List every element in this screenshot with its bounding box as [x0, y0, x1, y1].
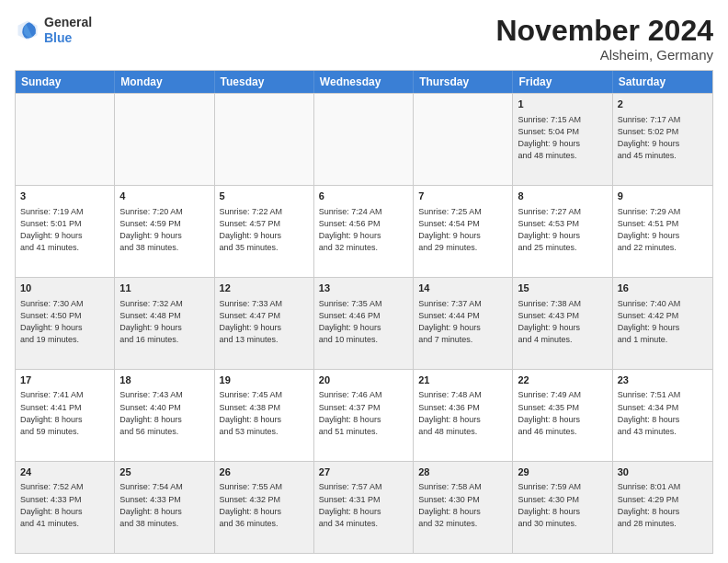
cal-cell-r4-c5: 29Sunrise: 7:59 AM Sunset: 4:30 PM Dayli…: [513, 462, 612, 553]
cal-cell-r1-c2: 5Sunrise: 7:22 AM Sunset: 4:57 PM Daylig…: [215, 186, 314, 277]
day-number: 18: [119, 373, 209, 387]
cell-detail: Sunrise: 7:29 AM Sunset: 4:51 PM Dayligh…: [618, 206, 708, 254]
day-number: 21: [418, 373, 507, 387]
cal-cell-r2-c1: 11Sunrise: 7:32 AM Sunset: 4:48 PM Dayli…: [115, 278, 214, 369]
cal-cell-r1-c0: 3Sunrise: 7:19 AM Sunset: 5:01 PM Daylig…: [16, 186, 115, 277]
cell-detail: Sunrise: 7:55 AM Sunset: 4:32 PM Dayligh…: [220, 481, 309, 529]
day-number: 19: [220, 373, 309, 387]
day-number: 24: [20, 465, 109, 479]
cell-detail: Sunrise: 7:25 AM Sunset: 4:54 PM Dayligh…: [418, 206, 507, 254]
cell-detail: Sunrise: 7:59 AM Sunset: 4:30 PM Dayligh…: [518, 481, 607, 529]
cell-detail: Sunrise: 7:58 AM Sunset: 4:30 PM Dayligh…: [418, 481, 507, 529]
cal-cell-r4-c1: 25Sunrise: 7:54 AM Sunset: 4:33 PM Dayli…: [115, 462, 214, 553]
cell-detail: Sunrise: 7:54 AM Sunset: 4:33 PM Dayligh…: [119, 481, 209, 529]
cell-detail: Sunrise: 7:17 AM Sunset: 5:02 PM Dayligh…: [618, 114, 708, 162]
cal-cell-r4-c0: 24Sunrise: 7:52 AM Sunset: 4:33 PM Dayli…: [16, 462, 115, 553]
header-monday: Monday: [115, 71, 214, 93]
day-number: 5: [220, 190, 309, 203]
day-number: 3: [20, 190, 109, 203]
cell-detail: Sunrise: 7:20 AM Sunset: 4:59 PM Dayligh…: [119, 206, 209, 254]
header-tuesday: Tuesday: [215, 71, 314, 93]
cell-detail: Sunrise: 7:51 AM Sunset: 4:34 PM Dayligh…: [618, 389, 708, 437]
cell-detail: Sunrise: 7:52 AM Sunset: 4:33 PM Dayligh…: [20, 481, 109, 529]
cell-detail: Sunrise: 7:33 AM Sunset: 4:47 PM Dayligh…: [220, 298, 309, 346]
cal-cell-r3-c5: 22Sunrise: 7:49 AM Sunset: 4:35 PM Dayli…: [513, 370, 612, 461]
calendar-row-3: 17Sunrise: 7:41 AM Sunset: 4:41 PM Dayli…: [16, 369, 712, 461]
cell-detail: Sunrise: 8:01 AM Sunset: 4:29 PM Dayligh…: [618, 481, 708, 529]
logo-text: General Blue: [44, 15, 92, 46]
cell-detail: Sunrise: 7:22 AM Sunset: 4:57 PM Dayligh…: [220, 206, 309, 254]
cell-detail: Sunrise: 7:45 AM Sunset: 4:38 PM Dayligh…: [220, 389, 309, 437]
cal-cell-r0-c6: 2Sunrise: 7:17 AM Sunset: 5:02 PM Daylig…: [613, 94, 712, 185]
cal-cell-r4-c3: 27Sunrise: 7:57 AM Sunset: 4:31 PM Dayli…: [314, 462, 414, 553]
calendar-row-1: 3Sunrise: 7:19 AM Sunset: 5:01 PM Daylig…: [16, 185, 712, 277]
cell-detail: Sunrise: 7:37 AM Sunset: 4:44 PM Dayligh…: [418, 298, 507, 346]
cell-detail: Sunrise: 7:41 AM Sunset: 4:41 PM Dayligh…: [20, 389, 109, 437]
month-title: November 2024: [495, 15, 713, 47]
cal-cell-r3-c4: 21Sunrise: 7:48 AM Sunset: 4:36 PM Dayli…: [414, 370, 513, 461]
cal-cell-r2-c2: 12Sunrise: 7:33 AM Sunset: 4:47 PM Dayli…: [215, 278, 314, 369]
cal-cell-r4-c4: 28Sunrise: 7:58 AM Sunset: 4:30 PM Dayli…: [414, 462, 513, 553]
cal-cell-r3-c6: 23Sunrise: 7:51 AM Sunset: 4:34 PM Dayli…: [613, 370, 712, 461]
cal-cell-r2-c5: 15Sunrise: 7:38 AM Sunset: 4:43 PM Dayli…: [513, 278, 612, 369]
header-wednesday: Wednesday: [314, 71, 414, 93]
day-number: 20: [319, 373, 408, 387]
day-number: 10: [20, 282, 109, 295]
day-number: 13: [319, 282, 408, 295]
cell-detail: Sunrise: 7:24 AM Sunset: 4:56 PM Dayligh…: [319, 206, 408, 254]
cal-cell-r1-c5: 8Sunrise: 7:27 AM Sunset: 4:53 PM Daylig…: [513, 186, 612, 277]
title-block: November 2024 Alsheim, Germany: [495, 15, 713, 63]
cell-detail: Sunrise: 7:38 AM Sunset: 4:43 PM Dayligh…: [518, 298, 607, 346]
cal-cell-r2-c0: 10Sunrise: 7:30 AM Sunset: 4:50 PM Dayli…: [16, 278, 115, 369]
header-sunday: Sunday: [16, 71, 115, 93]
day-number: 23: [618, 373, 708, 387]
calendar-body: 1Sunrise: 7:15 AM Sunset: 5:04 PM Daylig…: [16, 93, 712, 553]
header-friday: Friday: [513, 71, 612, 93]
cal-cell-r2-c6: 16Sunrise: 7:40 AM Sunset: 4:42 PM Dayli…: [613, 278, 712, 369]
cal-cell-r0-c2: [215, 94, 314, 185]
cell-detail: Sunrise: 7:43 AM Sunset: 4:40 PM Dayligh…: [119, 389, 209, 437]
cell-detail: Sunrise: 7:57 AM Sunset: 4:31 PM Dayligh…: [319, 481, 408, 529]
cell-detail: Sunrise: 7:46 AM Sunset: 4:37 PM Dayligh…: [319, 389, 408, 437]
day-number: 12: [220, 282, 309, 295]
cal-cell-r1-c3: 6Sunrise: 7:24 AM Sunset: 4:56 PM Daylig…: [314, 186, 414, 277]
cell-detail: Sunrise: 7:40 AM Sunset: 4:42 PM Dayligh…: [618, 298, 708, 346]
day-number: 28: [418, 465, 507, 479]
calendar-row-2: 10Sunrise: 7:30 AM Sunset: 4:50 PM Dayli…: [16, 277, 712, 369]
day-number: 11: [119, 282, 209, 295]
cell-detail: Sunrise: 7:32 AM Sunset: 4:48 PM Dayligh…: [119, 298, 209, 346]
calendar: Sunday Monday Tuesday Wednesday Thursday…: [15, 70, 713, 554]
day-number: 1: [518, 98, 607, 111]
cal-cell-r3-c1: 18Sunrise: 7:43 AM Sunset: 4:40 PM Dayli…: [115, 370, 214, 461]
logo: General Blue: [15, 15, 92, 46]
day-number: 29: [518, 465, 607, 479]
calendar-header: Sunday Monday Tuesday Wednesday Thursday…: [16, 71, 712, 93]
cal-cell-r4-c6: 30Sunrise: 8:01 AM Sunset: 4:29 PM Dayli…: [613, 462, 712, 553]
cal-cell-r1-c6: 9Sunrise: 7:29 AM Sunset: 4:51 PM Daylig…: [613, 186, 712, 277]
cal-cell-r2-c3: 13Sunrise: 7:35 AM Sunset: 4:46 PM Dayli…: [314, 278, 414, 369]
logo-general: General: [44, 15, 92, 29]
day-number: 14: [418, 282, 507, 295]
cell-detail: Sunrise: 7:35 AM Sunset: 4:46 PM Dayligh…: [319, 298, 408, 346]
cal-cell-r3-c3: 20Sunrise: 7:46 AM Sunset: 4:37 PM Dayli…: [314, 370, 414, 461]
header-saturday: Saturday: [613, 71, 712, 93]
cal-cell-r3-c2: 19Sunrise: 7:45 AM Sunset: 4:38 PM Dayli…: [215, 370, 314, 461]
day-number: 22: [518, 373, 607, 387]
cal-cell-r2-c4: 14Sunrise: 7:37 AM Sunset: 4:44 PM Dayli…: [414, 278, 513, 369]
cal-cell-r3-c0: 17Sunrise: 7:41 AM Sunset: 4:41 PM Dayli…: [16, 370, 115, 461]
day-number: 25: [119, 465, 209, 479]
header: General Blue November 2024 Alsheim, Germ…: [15, 15, 713, 63]
cal-cell-r0-c5: 1Sunrise: 7:15 AM Sunset: 5:04 PM Daylig…: [513, 94, 612, 185]
cell-detail: Sunrise: 7:48 AM Sunset: 4:36 PM Dayligh…: [418, 389, 507, 437]
day-number: 2: [618, 98, 708, 111]
day-number: 15: [518, 282, 607, 295]
day-number: 8: [518, 190, 607, 203]
cal-cell-r0-c1: [115, 94, 214, 185]
page: General Blue November 2024 Alsheim, Germ…: [0, 0, 728, 563]
day-number: 16: [618, 282, 708, 295]
day-number: 26: [220, 465, 309, 479]
cal-cell-r0-c4: [414, 94, 513, 185]
cal-cell-r1-c1: 4Sunrise: 7:20 AM Sunset: 4:59 PM Daylig…: [115, 186, 214, 277]
header-thursday: Thursday: [414, 71, 513, 93]
logo-blue: Blue: [44, 30, 72, 45]
